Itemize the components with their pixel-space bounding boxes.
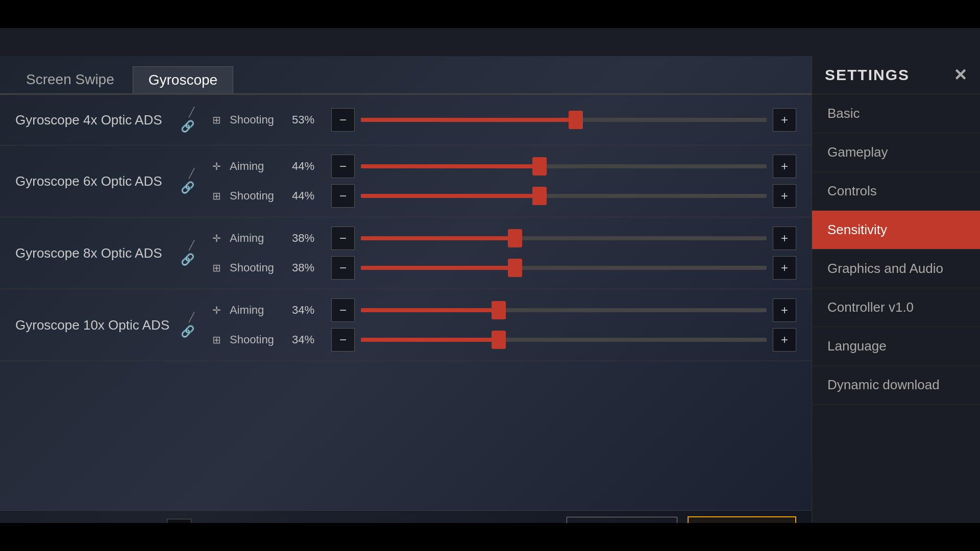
gyro10x-aiming-minus[interactable]: − xyxy=(331,298,355,322)
gyro8x-section: Gyroscope 8x Optic ADS ╱ 🔗 ✛ Aiming 38% … xyxy=(0,217,812,289)
gyro8x-label: Gyroscope 8x Optic ADS xyxy=(15,245,179,261)
gyro8x-aiming-track[interactable] xyxy=(361,236,767,240)
gyro6x-shooting-row: ⊞ Shooting 44% − + xyxy=(209,184,796,208)
gyro6x-aiming-fill xyxy=(361,164,540,168)
gyro10x-aiming-value: 34% xyxy=(292,304,325,317)
gyro10x-aiming-fill xyxy=(361,308,499,312)
sidebar-item-controller[interactable]: Controller v1.0 xyxy=(812,288,980,327)
gyro10x-aiming-row: ✛ Aiming 34% − + xyxy=(209,298,796,322)
gyro10x-shooting-icon: ⊞ xyxy=(209,334,224,346)
gyro6x-section: Gyroscope 6x Optic ADS ╱ 🔗 ✛ Aiming 44% … xyxy=(0,145,812,217)
gyro10x-angle-icon: ╱ xyxy=(189,312,194,323)
gyro6x-shooting-fill xyxy=(361,194,540,198)
gyro4x-link-icon[interactable]: 🔗 xyxy=(181,120,194,133)
gyro10x-section: Gyroscope 10x Optic ADS ╱ 🔗 ✛ Aiming 34%… xyxy=(0,289,812,361)
sidebar-menu: Basic Gameplay Controls Sensitivity Grap… xyxy=(812,94,980,551)
gyro6x-aiming-plus[interactable]: + xyxy=(773,155,796,178)
gyro10x-shooting-minus[interactable]: − xyxy=(331,328,355,352)
gyro8x-aiming-icon: ✛ xyxy=(209,232,224,244)
gyro6x-aiming-thumb[interactable] xyxy=(532,157,547,176)
settings-list: Gyroscope 4x Optic ADS ╱ 🔗 ⊞ Shooting 53… xyxy=(0,94,812,510)
gyro10x-aiming-plus[interactable]: + xyxy=(773,298,796,322)
gyro6x-shooting-label: Shooting xyxy=(230,189,286,203)
gyro8x-shooting-label: Shooting xyxy=(230,261,286,274)
gyro10x-shooting-value: 34% xyxy=(292,333,325,346)
gyro8x-shooting-value: 38% xyxy=(292,261,325,274)
gyro8x-link-col: ╱ 🔗 xyxy=(179,240,204,266)
gyro10x-shooting-label: Shooting xyxy=(230,333,286,346)
gyro10x-label: Gyroscope 10x Optic ADS xyxy=(15,317,179,333)
gyro6x-shooting-thumb[interactable] xyxy=(532,187,547,205)
gyro6x-aiming-row: ✛ Aiming 44% − + xyxy=(209,155,796,178)
sidebar-item-controls[interactable]: Controls xyxy=(812,172,980,211)
gyro8x-shooting-fill xyxy=(361,266,515,270)
gyro6x-shooting-plus[interactable]: + xyxy=(773,184,796,208)
tabs-bar: Screen Swipe Gyroscope xyxy=(0,56,812,94)
gyro10x-aiming-icon: ✛ xyxy=(209,304,224,316)
sidebar-header: SETTINGS ✕ xyxy=(812,56,980,94)
gyro8x-angle-icon: ╱ xyxy=(189,240,194,251)
gyro8x-shooting-track[interactable] xyxy=(361,266,767,270)
gyro8x-shooting-thumb[interactable] xyxy=(508,259,522,277)
gyro6x-aiming-minus[interactable]: − xyxy=(331,155,355,178)
gyro8x-aiming-label: Aiming xyxy=(230,232,286,245)
gyro4x-shooting-icon: ⊞ xyxy=(209,114,224,126)
gyro4x-sliders: ⊞ Shooting 53% − + xyxy=(209,108,796,132)
sidebar-item-sensitivity[interactable]: Sensitivity xyxy=(812,211,980,249)
gyro10x-shooting-track[interactable] xyxy=(361,338,767,342)
gyro10x-link-col: ╱ 🔗 xyxy=(179,312,204,338)
tab-screen-swipe[interactable]: Screen Swipe xyxy=(10,66,130,93)
gyro6x-link-icon[interactable]: 🔗 xyxy=(181,181,194,194)
gyro10x-shooting-plus[interactable]: + xyxy=(773,328,796,352)
gyro4x-shooting-value: 53% xyxy=(292,113,325,127)
gyro6x-link-col: ╱ 🔗 xyxy=(179,168,204,194)
main-container: Screen Swipe Gyroscope Gyroscope 4x Opti… xyxy=(0,56,980,551)
gyro8x-shooting-icon: ⊞ xyxy=(209,262,224,274)
gyro6x-shooting-track[interactable] xyxy=(361,194,767,198)
gyro8x-shooting-minus[interactable]: − xyxy=(331,256,355,280)
gyro8x-aiming-plus[interactable]: + xyxy=(773,227,796,250)
tab-gyroscope[interactable]: Gyroscope xyxy=(133,66,233,93)
sidebar-item-basic[interactable]: Basic xyxy=(812,94,980,133)
gyro4x-shooting-track[interactable] xyxy=(361,118,767,122)
gyro8x-shooting-row: ⊞ Shooting 38% − + xyxy=(209,256,796,280)
gyro10x-shooting-fill xyxy=(361,338,499,342)
gyro4x-shooting-thumb[interactable] xyxy=(569,111,583,129)
gyro6x-aiming-value: 44% xyxy=(292,160,325,173)
sidebar-item-graphics-audio[interactable]: Graphics and Audio xyxy=(812,249,980,288)
sidebar-item-gameplay[interactable]: Gameplay xyxy=(812,133,980,172)
gyro6x-shooting-minus[interactable]: − xyxy=(331,184,355,208)
gyro4x-shooting-minus[interactable]: − xyxy=(331,108,355,132)
gyro4x-shooting-plus[interactable]: + xyxy=(773,108,796,132)
close-button[interactable]: ✕ xyxy=(953,65,967,85)
gyro10x-aiming-track[interactable] xyxy=(361,308,767,312)
gyro10x-sliders: ✛ Aiming 34% − + ⊞ Shooting 34% xyxy=(209,298,796,352)
gyro6x-label: Gyroscope 6x Optic ADS xyxy=(15,173,179,189)
gyro4x-shooting-label: Shooting xyxy=(230,113,286,127)
gyro8x-aiming-thumb[interactable] xyxy=(508,229,522,247)
gyro4x-angle-icon: ╱ xyxy=(189,107,194,118)
gyro10x-shooting-row: ⊞ Shooting 34% − + xyxy=(209,328,796,352)
gyro6x-shooting-icon: ⊞ xyxy=(209,190,224,202)
gyro8x-aiming-fill xyxy=(361,236,515,240)
gyro6x-sliders: ✛ Aiming 44% − + ⊞ Shooting 44% xyxy=(209,155,796,208)
gyro10x-link-icon[interactable]: 🔗 xyxy=(181,325,194,338)
gyro8x-aiming-minus[interactable]: − xyxy=(331,227,355,250)
sidebar-item-dynamic-download[interactable]: Dynamic download xyxy=(812,366,980,405)
gyro4x-label: Gyroscope 4x Optic ADS xyxy=(15,112,179,128)
gyro6x-aiming-label: Aiming xyxy=(230,160,286,173)
gyro8x-link-icon[interactable]: 🔗 xyxy=(181,253,194,266)
gyro8x-shooting-plus[interactable]: + xyxy=(773,256,796,280)
sidebar-item-language[interactable]: Language xyxy=(812,327,980,366)
gyro8x-aiming-row: ✛ Aiming 38% − + xyxy=(209,227,796,250)
gyro10x-aiming-label: Aiming xyxy=(230,304,286,317)
gyro10x-shooting-thumb[interactable] xyxy=(492,331,506,349)
gyro6x-aiming-track[interactable] xyxy=(361,164,767,168)
gyro8x-sliders: ✛ Aiming 38% − + ⊞ Shooting 38% xyxy=(209,227,796,280)
sidebar-title: SETTINGS xyxy=(825,66,910,84)
gyro6x-aiming-icon: ✛ xyxy=(209,160,224,172)
gyro10x-aiming-thumb[interactable] xyxy=(492,301,506,319)
gyro8x-aiming-value: 38% xyxy=(292,232,325,245)
content-area: Screen Swipe Gyroscope Gyroscope 4x Opti… xyxy=(0,56,812,551)
bottom-bar-black xyxy=(0,523,980,551)
